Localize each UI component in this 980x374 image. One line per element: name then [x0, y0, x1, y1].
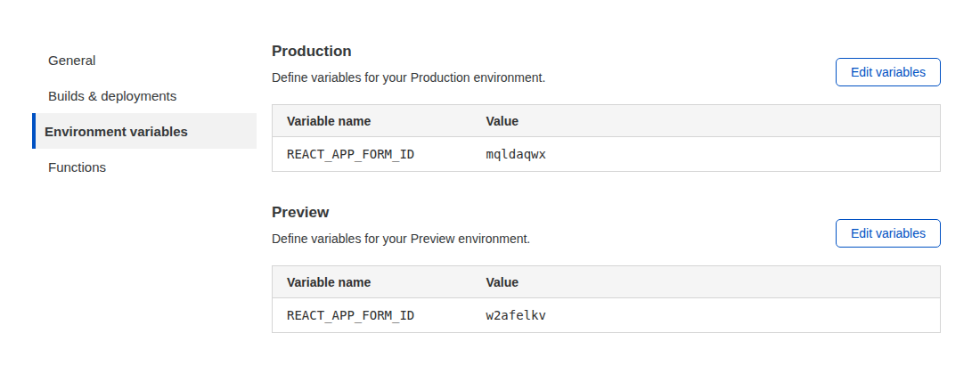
preview-section-header: Preview Define variables for your Previe… — [272, 204, 941, 248]
production-title: Production — [272, 43, 545, 61]
preview-section: Preview Define variables for your Previe… — [272, 204, 941, 333]
preview-variables-table: Variable name Value REACT_APP_FORM_ID w2… — [272, 265, 941, 333]
variable-name-cell: REACT_APP_FORM_ID — [273, 298, 472, 333]
environment-variables-panel: Production Define variables for your Pro… — [272, 36, 941, 333]
sidebar-item-functions[interactable]: Functions — [32, 149, 257, 184]
table-row: REACT_APP_FORM_ID mqldaqwx — [273, 137, 941, 172]
variable-name-column-header: Variable name — [273, 105, 472, 137]
settings-sidebar: General Builds & deployments Environment… — [32, 36, 257, 333]
table-row: REACT_APP_FORM_ID w2afelkv — [273, 298, 941, 333]
sidebar-item-builds-deployments[interactable]: Builds & deployments — [32, 77, 257, 113]
table-header-row: Variable name Value — [273, 105, 941, 137]
variable-value-cell: w2afelkv — [472, 298, 941, 333]
variable-name-column-header: Variable name — [273, 266, 472, 298]
preview-edit-variables-button[interactable]: Edit variables — [836, 219, 941, 248]
sidebar-item-general[interactable]: General — [32, 42, 257, 77]
preview-description: Define variables for your Preview enviro… — [272, 231, 530, 247]
sidebar-item-environment-variables[interactable]: Environment variables — [32, 113, 257, 149]
production-variables-table: Variable name Value REACT_APP_FORM_ID mq… — [272, 104, 941, 172]
production-section-text: Production Define variables for your Pro… — [272, 43, 545, 85]
production-section-header: Production Define variables for your Pro… — [272, 43, 941, 86]
variable-value-cell: mqldaqwx — [472, 137, 941, 172]
table-header-row: Variable name Value — [273, 266, 941, 298]
variable-name-cell: REACT_APP_FORM_ID — [273, 137, 472, 172]
value-column-header: Value — [472, 105, 941, 137]
value-column-header: Value — [472, 266, 941, 298]
preview-title: Preview — [272, 204, 530, 222]
production-section: Production Define variables for your Pro… — [272, 43, 941, 172]
production-description: Define variables for your Production env… — [272, 69, 545, 85]
production-edit-variables-button[interactable]: Edit variables — [836, 58, 941, 86]
preview-section-text: Preview Define variables for your Previe… — [272, 204, 530, 247]
settings-page: General Builds & deployments Environment… — [0, 0, 980, 333]
